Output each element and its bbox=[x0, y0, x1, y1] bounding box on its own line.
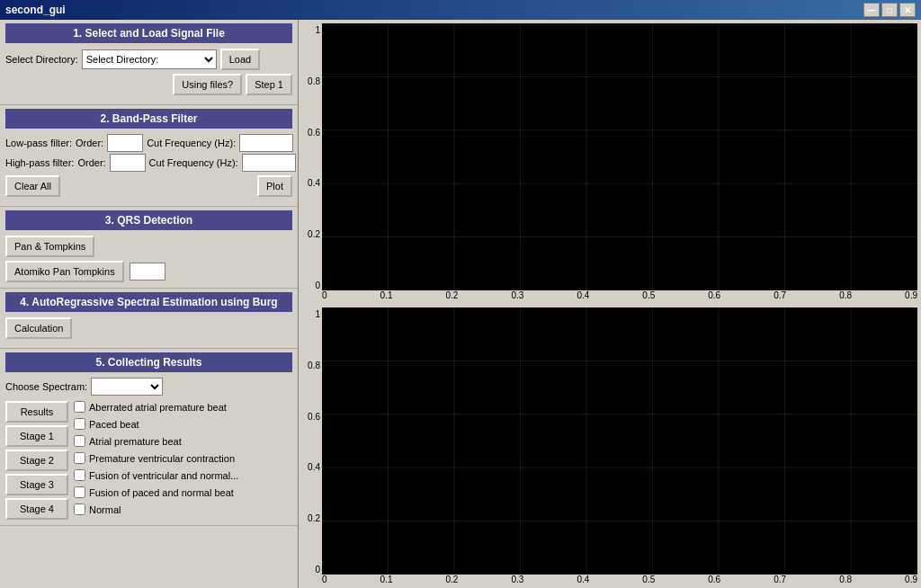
x2-label-5: 0.5 bbox=[642, 575, 655, 584]
normal-label: Normal bbox=[89, 504, 121, 515]
atrial-premature-label: Atrial premature beat bbox=[89, 436, 182, 447]
x2-label-7: 0.7 bbox=[773, 575, 786, 584]
normal-checkbox[interactable] bbox=[74, 503, 85, 515]
atrial-premature-checkbox[interactable] bbox=[74, 435, 85, 447]
window-title: second_gui bbox=[5, 4, 66, 16]
x1-label-4: 0.4 bbox=[577, 290, 589, 300]
atomiko-pan-button[interactable]: Atomiko Pan Tompkins bbox=[5, 261, 124, 282]
close-button[interactable]: ✕ bbox=[899, 3, 916, 17]
x2-label-8: 0.8 bbox=[839, 575, 852, 584]
y2-label-6: 0 bbox=[302, 565, 320, 575]
plot-button[interactable]: Plot bbox=[257, 175, 292, 197]
stage1-button[interactable]: Stage 1 bbox=[5, 425, 68, 447]
y2-label-1: 1 bbox=[302, 309, 320, 319]
select-dir-label: Select Directory: bbox=[5, 54, 78, 65]
aberrated-checkbox[interactable] bbox=[74, 401, 85, 413]
low-pass-order-input[interactable] bbox=[107, 134, 143, 152]
high-pass-freq-input[interactable] bbox=[242, 154, 296, 172]
y1-label-4: 0.4 bbox=[302, 178, 320, 188]
fusion-paced-checkbox[interactable] bbox=[74, 486, 85, 498]
x2-label-0: 0 bbox=[322, 575, 327, 584]
checkboxes-panel: Aberrated atrial premature beat Paced be… bbox=[74, 401, 292, 520]
checkbox-row-5: Fusion of ventricular and normal... bbox=[74, 469, 292, 481]
cut-freq-label2: Cut Frequency (Hz): bbox=[149, 157, 238, 168]
section1: 1. Select and Load Signal File Select Di… bbox=[0, 20, 298, 105]
fusion-ventricular-checkbox[interactable] bbox=[74, 469, 85, 481]
chart1-x-axis: 0 0.1 0.2 0.3 0.4 0.5 0.6 0.7 0.8 0.9 bbox=[322, 290, 917, 300]
checkbox-row-4: Premature ventricular contraction bbox=[74, 452, 292, 464]
section3-header: 3. QRS Detection bbox=[5, 210, 292, 230]
low-pass-freq-input[interactable] bbox=[239, 134, 293, 152]
choose-spectram-combo[interactable] bbox=[91, 378, 163, 396]
chart1-block: 1 0.8 0.6 0.4 0.2 0 bbox=[299, 20, 921, 300]
right-panel: 1 0.8 0.6 0.4 0.2 0 bbox=[299, 20, 921, 588]
y2-label-5: 0.2 bbox=[302, 513, 320, 523]
select-directory-combo[interactable]: Select Directory: bbox=[82, 49, 217, 69]
atomiko-input[interactable] bbox=[130, 263, 165, 281]
clear-all-button[interactable]: Clear All bbox=[5, 175, 60, 197]
stage3-button[interactable]: Stage 3 bbox=[5, 474, 68, 495]
using-files-button[interactable]: Using files? bbox=[173, 74, 242, 95]
y1-label-2: 0.8 bbox=[302, 76, 320, 86]
x1-label-8: 0.8 bbox=[839, 290, 852, 300]
x1-label-5: 0.5 bbox=[642, 290, 655, 300]
y2-label-3: 0.6 bbox=[302, 412, 320, 422]
section2: 2. Band-Pass Filter Low-pass filter: Ord… bbox=[0, 105, 298, 207]
title-bar: second_gui — □ ✕ bbox=[0, 0, 921, 20]
results-button[interactable]: Results bbox=[5, 401, 68, 423]
pan-tompkins-button[interactable]: Pan & Tompkins bbox=[5, 236, 94, 257]
maximize-button[interactable]: □ bbox=[881, 3, 898, 17]
x2-label-4: 0.4 bbox=[577, 575, 589, 584]
stage4-button[interactable]: Stage 4 bbox=[5, 498, 68, 520]
load-button[interactable]: Load bbox=[220, 49, 260, 70]
choose-spectram-label: Choose Spectram: bbox=[5, 381, 87, 392]
x1-label-6: 0.6 bbox=[708, 290, 720, 300]
section2-header: 2. Band-Pass Filter bbox=[5, 109, 292, 129]
checkbox-row-2: Paced beat bbox=[74, 418, 292, 430]
chart1-svg bbox=[322, 23, 917, 290]
paced-beat-checkbox[interactable] bbox=[74, 418, 85, 430]
step1-button[interactable]: Step 1 bbox=[246, 74, 292, 95]
low-pass-label: Low-pass filter: bbox=[5, 138, 72, 148]
x2-label-3: 0.3 bbox=[511, 575, 523, 584]
checkbox-row-7: Normal bbox=[74, 503, 292, 515]
left-panel: 1. Select and Load Signal File Select Di… bbox=[0, 20, 299, 588]
x1-label-1: 0.1 bbox=[380, 290, 393, 300]
section5-header: 5. Collecting Results bbox=[5, 352, 292, 372]
x1-label-7: 0.7 bbox=[773, 290, 786, 300]
premature-ventricular-checkbox[interactable] bbox=[74, 452, 85, 464]
x2-label-6: 0.6 bbox=[708, 575, 720, 584]
y2-label-2: 0.8 bbox=[302, 361, 320, 370]
section3: 3. QRS Detection Pan & Tompkins Atomiko … bbox=[0, 207, 298, 289]
calculation-button[interactable]: Calculation bbox=[5, 317, 72, 339]
chart1-y-axis: 1 0.8 0.6 0.4 0.2 0 bbox=[302, 23, 322, 290]
high-pass-label: High-pass filter: bbox=[5, 157, 74, 168]
x1-label-9: 0.9 bbox=[905, 290, 917, 300]
y1-label-3: 0.6 bbox=[302, 128, 320, 138]
stage2-button[interactable]: Stage 2 bbox=[5, 450, 68, 471]
aberrated-label: Aberrated atrial premature beat bbox=[89, 402, 227, 413]
order-label2: Order: bbox=[77, 157, 105, 168]
section4-header: 4. AutoRegrassive Spectral Estimation us… bbox=[5, 292, 292, 312]
x2-label-9: 0.9 bbox=[905, 575, 917, 584]
premature-ventricular-label: Premature ventricular contraction bbox=[89, 453, 235, 464]
checkbox-row-1: Aberrated atrial premature beat bbox=[74, 401, 292, 413]
section5: 5. Collecting Results Choose Spectram: R… bbox=[0, 349, 298, 526]
cut-freq-label1: Cut Frequency (Hz): bbox=[147, 138, 236, 148]
chart2-svg bbox=[322, 307, 917, 575]
checkbox-row-3: Atrial premature beat bbox=[74, 435, 292, 447]
section4: 4. AutoRegrassive Spectral Estimation us… bbox=[0, 289, 298, 349]
y1-label-1: 1 bbox=[302, 25, 320, 35]
order-label1: Order: bbox=[76, 138, 103, 148]
x2-label-2: 0.2 bbox=[446, 575, 459, 584]
high-pass-order-input[interactable] bbox=[110, 154, 146, 172]
checkbox-row-6: Fusion of paced and normal beat bbox=[74, 486, 292, 498]
chart2-y-axis: 1 0.8 0.6 0.4 0.2 0 bbox=[302, 307, 322, 575]
minimize-button[interactable]: — bbox=[863, 3, 880, 17]
section1-header: 1. Select and Load Signal File bbox=[5, 23, 292, 43]
x1-label-3: 0.3 bbox=[511, 290, 523, 300]
x2-label-1: 0.1 bbox=[380, 575, 393, 584]
chart1-plot bbox=[322, 23, 917, 290]
x1-label-2: 0.2 bbox=[446, 290, 459, 300]
fusion-paced-label: Fusion of paced and normal beat bbox=[89, 487, 234, 498]
